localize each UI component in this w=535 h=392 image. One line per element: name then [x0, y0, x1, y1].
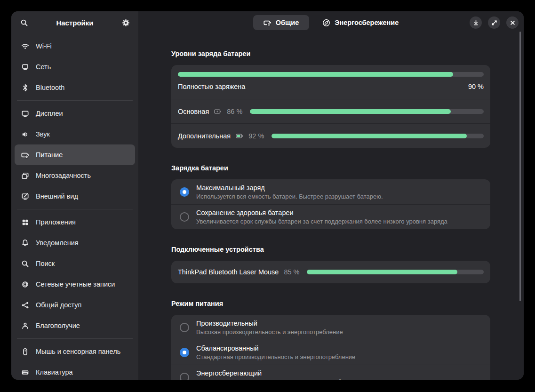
battery-percent-value: 90 % [468, 83, 484, 90]
battery-percent-value: 92 % [248, 132, 264, 140]
gear-icon [122, 19, 130, 27]
device-progress-fill [307, 270, 457, 274]
sidebar-header: Настройки [11, 11, 138, 34]
download-icon [472, 19, 479, 26]
sidebar-item-bluetooth[interactable]: Bluetooth [15, 77, 135, 98]
sidebar-item-multitasking[interactable]: Многозадачность [15, 165, 135, 186]
main-menu-button[interactable] [118, 15, 134, 31]
option-performance[interactable]: Производительный Высокая производительно… [171, 315, 490, 340]
search-button[interactable] [16, 15, 32, 31]
wellbeing-icon [21, 322, 29, 330]
sidebar-item-label: Питание [36, 151, 63, 159]
settings-window: Настройки Wi-Fi Сеть Bluetooth Дисплеи [11, 11, 524, 380]
sidebar-item-label: Мышь и сенсорная панель [36, 348, 120, 355]
keyboard-icon [21, 368, 29, 376]
tab-label: Общие [276, 19, 299, 26]
bell-icon [21, 239, 29, 247]
option-subtitle: Стандартная производительность и энергоп… [196, 353, 355, 361]
sidebar-item-keyboard[interactable]: Клавиатура [15, 362, 135, 380]
battery-progress-fill [178, 72, 453, 77]
section-title-connected-devices: Подключенные устройства [171, 245, 490, 254]
battery-row-full: Полностью заряжена 90 % [171, 65, 490, 99]
section-title-power-mode: Режим питания [171, 299, 490, 308]
tab-general[interactable]: Общие [253, 15, 309, 30]
sidebar-item-label: Благополучие [36, 322, 80, 329]
mouse-icon [21, 348, 29, 356]
sidebar-item-wifi[interactable]: Wi-Fi [15, 36, 135, 56]
battery-row-secondary: Дополнительная 92 % [171, 123, 490, 148]
sidebar-item-network[interactable]: Сеть [15, 56, 135, 77]
sidebar-item-sound[interactable]: Звук [15, 124, 135, 144]
battery-levels-card: Полностью заряжена 90 % Основная 86 % До… [171, 65, 490, 148]
leaf-icon [322, 19, 330, 27]
sidebar-item-label: Клавиатура [36, 368, 73, 376]
minimize-button[interactable] [470, 16, 482, 29]
battery-percent-value: 86 % [227, 108, 242, 115]
power-settings-page: Уровни заряда батареи Полностью заряжена… [138, 34, 524, 380]
battery-progressbar [250, 109, 484, 114]
search-icon [21, 260, 29, 268]
section-title-battery-levels: Уровни заряда батареи [171, 49, 490, 58]
option-max-charge[interactable]: Максимальный заряд Используется вся емко… [171, 179, 490, 204]
sidebar-item-label: Wi-Fi [36, 42, 52, 50]
radio-unselected[interactable] [180, 373, 189, 380]
sidebar-divider [17, 209, 133, 209]
radio-unselected[interactable] [180, 323, 189, 332]
close-button[interactable] [506, 16, 519, 29]
sidebar-item-notifications[interactable]: Уведомления [15, 232, 135, 253]
battery-charging-icon [214, 108, 222, 115]
sidebar-item-sharing[interactable]: Общий доступ [15, 295, 135, 315]
option-power-saver[interactable]: Энергосберегающий Уменьшенная производит… [171, 365, 490, 380]
power-icon [21, 151, 29, 159]
section-title-battery-charging: Зарядка батареи [171, 164, 490, 172]
sidebar-item-label: Внешний вид [36, 192, 78, 200]
scrollbar-thumb[interactable] [519, 32, 521, 301]
option-preserve-health[interactable]: Сохранение здоровья батареи Увеличиваетс… [171, 204, 490, 229]
sidebar-item-label: Многозадачность [36, 172, 91, 179]
main-header: Общие Энергосбережение [138, 11, 524, 34]
device-percent-value: 85 % [284, 268, 299, 276]
connected-devices-card: ThinkPad Bluetooth Laser Mouse 85 % [171, 261, 490, 283]
sidebar-item-label: Поиск [36, 260, 55, 267]
power-mode-card: Производительный Высокая производительно… [171, 315, 490, 380]
sidebar-item-label: Bluetooth [36, 84, 64, 91]
battery-progressbar [178, 72, 484, 77]
option-balanced[interactable]: Сбалансированный Стандартная производите… [171, 340, 490, 365]
battery-charging-card: Максимальный заряд Используется вся емко… [171, 179, 490, 229]
network-icon [21, 63, 29, 71]
sidebar-item-mouse[interactable]: Мышь и сенсорная панель [15, 341, 135, 362]
sidebar-item-apps[interactable]: Приложения [15, 212, 135, 232]
battery-full-icon [236, 132, 243, 140]
radio-selected[interactable] [180, 187, 189, 197]
sidebar-item-displays[interactable]: Дисплеи [15, 103, 135, 124]
battery-row-primary: Основная 86 % [171, 99, 490, 123]
share-icon [21, 301, 29, 309]
sidebar-item-label: Приложения [36, 218, 76, 226]
displays-icon [21, 110, 29, 118]
battery-status-label: Полностью заряжена [178, 83, 245, 90]
sidebar-item-search[interactable]: Поиск [15, 253, 135, 274]
radio-unselected[interactable] [180, 212, 189, 222]
radio-selected[interactable] [180, 348, 189, 357]
sidebar-item-wellbeing[interactable]: Благополучие [15, 315, 135, 336]
sidebar-item-power[interactable]: Питание [15, 144, 135, 165]
battery-plug-icon [264, 19, 271, 27]
sidebar-item-label: Сетевые учетные записи [36, 280, 115, 288]
maximize-button[interactable] [488, 16, 500, 29]
wifi-icon [21, 42, 29, 50]
appearance-icon [21, 192, 29, 200]
option-title: Сбалансированный [196, 344, 355, 352]
sidebar-item-label: Общий доступ [36, 301, 81, 309]
sidebar-divider [17, 100, 133, 101]
sidebar-item-label: Уведомления [36, 239, 79, 247]
option-title: Энергосберегающий [196, 369, 358, 377]
option-subtitle: Уменьшенная производительность и энергоп… [196, 378, 358, 380]
sidebar: Настройки Wi-Fi Сеть Bluetooth Дисплеи [11, 11, 138, 380]
window-controls [470, 16, 524, 29]
sidebar-item-online-accounts[interactable]: Сетевые учетные записи [15, 274, 135, 295]
battery-progress-fill [271, 134, 467, 138]
sidebar-item-appearance[interactable]: Внешний вид [15, 186, 135, 207]
tab-power-saving[interactable]: Энергосбережение [312, 15, 409, 30]
battery-progress-fill [250, 109, 451, 114]
main-panel: Общие Энергосбережение Уровни заряда бат… [138, 11, 524, 380]
